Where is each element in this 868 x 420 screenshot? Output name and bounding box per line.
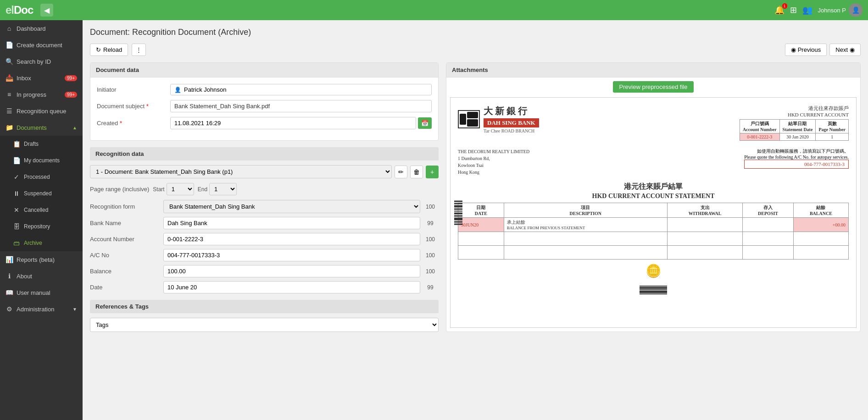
notifications-button[interactable]: 🔔1 <box>774 5 785 15</box>
table-row: 30JUN20 承上結餘 BALANCE FROM PREVIOUS STATE… <box>458 218 849 232</box>
date-recog-input[interactable] <box>163 281 420 293</box>
sidebar-item-recognition-queue[interactable]: ☰ Recognition queue <box>0 103 83 119</box>
sidebar-item-administration[interactable]: ⚙ Administration ▼ <box>0 301 83 317</box>
bank-name-cn: 大 新 銀 行 <box>484 105 539 117</box>
delete-recognition-button[interactable]: 🗑 <box>410 166 423 178</box>
document-preview: 大 新 銀 行 DAH SING BANK Tar Chee ROAD BRAN… <box>450 97 857 328</box>
row-desc-cn: 承上結餘 <box>507 220 525 225</box>
balance-input[interactable] <box>163 265 420 277</box>
page-range-start-select[interactable]: 1 <box>167 183 194 195</box>
more-options-button[interactable]: ⋮ <box>132 44 146 56</box>
calendar-button[interactable]: 📅 <box>418 117 432 129</box>
sidebar-label-processed: Processed <box>24 174 50 180</box>
previous-button[interactable]: ◉ Previous <box>785 44 827 56</box>
sidebar-item-my-documents[interactable]: 📄 My documents <box>0 152 83 169</box>
toolbar: ↻ Reload ⋮ ◉ Previous Next ◉ <box>90 44 861 56</box>
bank-branch: Tar Chee ROAD BRANCH <box>484 128 539 133</box>
th-deposit: 存入DEPOSIT <box>743 203 793 218</box>
sidebar-item-processed[interactable]: ✓ Processed <box>0 169 83 185</box>
sidebar-item-dashboard[interactable]: ⌂ Dashboard <box>0 20 83 37</box>
created-input[interactable] <box>170 117 416 129</box>
preview-preprocessed-button[interactable]: Preview preprocessed file <box>613 81 694 93</box>
sidebar-collapse-button[interactable]: ◀ <box>40 4 53 17</box>
bank-name-row: Bank Name 99 <box>90 217 439 229</box>
ac-no-score: 100 <box>422 252 439 259</box>
document-data-panel: Document data Initiator 👤 Patrick Johnso… <box>90 62 439 141</box>
created-required-mark: * <box>120 120 122 127</box>
administration-icon: ⚙ <box>6 305 13 313</box>
sidebar-item-archive[interactable]: 🗃 Archive <box>0 235 83 251</box>
row-desc: 承上結餘 BALANCE FROM PREVIOUS STATEMENT <box>504 218 667 232</box>
recognition-icon: ☰ <box>6 107 13 115</box>
sidebar-label-archive: Archive <box>24 240 42 246</box>
address-line3: Hong Kong <box>458 169 529 176</box>
balance-score: 100 <box>422 268 439 275</box>
sidebar-item-create-document[interactable]: 📄 Create document <box>0 37 83 53</box>
sidebar-item-reports[interactable]: 📊 Reports (beta) <box>0 251 83 268</box>
tags-select[interactable]: Tags <box>90 318 439 332</box>
topnav: elDoc ◀ 🔔1 ⊞ 👥 Johnson P 👤 <box>0 0 868 20</box>
ac-no-input[interactable] <box>163 249 420 261</box>
sidebar-item-documents[interactable]: 📁 Documents ▲ <box>0 119 83 136</box>
reload-button[interactable]: ↻ Reload <box>90 44 128 56</box>
sidebar-item-about[interactable]: ℹ About <box>0 268 83 284</box>
created-label: Created * <box>97 120 170 127</box>
in-progress-icon: ≡ <box>6 91 13 98</box>
barcode-left <box>454 200 462 225</box>
page-range-end-select[interactable]: 1 <box>209 183 237 195</box>
processed-icon: ✓ <box>13 173 20 181</box>
home-icon: ⌂ <box>6 25 13 32</box>
sidebar-item-repository[interactable]: 🗄 Repository <box>0 218 83 235</box>
bank-name-input[interactable] <box>163 217 420 229</box>
next-button[interactable]: Next ◉ <box>829 44 861 56</box>
sidebar-item-inbox[interactable]: 📥 Inbox 99+ <box>0 70 83 86</box>
sidebar-item-user-manual[interactable]: 📖 User manual <box>0 284 83 301</box>
sidebar-item-suspended[interactable]: ⏸ Suspended <box>0 185 83 202</box>
initiator-label: Initiator <box>97 86 170 93</box>
account-number-input[interactable] <box>163 233 420 245</box>
grid-button[interactable]: ⊞ <box>790 5 797 15</box>
recognition-select-row: 1 - Document: Bank Statement_Dah Sing Ba… <box>90 165 439 178</box>
svg-rect-1 <box>467 112 478 118</box>
row-balance: +00.00 <box>793 218 848 232</box>
date-row: 📅 <box>170 117 432 129</box>
barcode-bottom <box>640 286 667 294</box>
recognition-form-score: 100 <box>422 204 439 210</box>
bank-name-score: 99 <box>422 220 439 227</box>
sidebar-item-in-progress[interactable]: ≡ In progress 99+ <box>0 86 83 103</box>
sidebar-item-cancelled[interactable]: ✕ Cancelled <box>0 202 83 218</box>
bank-logo-area: 大 新 銀 行 DAH SING BANK Tar Chee ROAD BRAN… <box>458 105 539 133</box>
refs-tags-section: References & Tags Tags <box>90 300 439 332</box>
sidebar-item-search-by-id[interactable]: 🔍 Search by ID <box>0 53 83 70</box>
page-range-start-group: Start 1 <box>153 183 194 195</box>
th-desc: 項目DESCRIPTION <box>504 203 667 218</box>
recognition-data-header: Recognition data <box>90 147 439 160</box>
subject-input[interactable] <box>170 100 432 112</box>
recognition-form-field: Bank Statement_Dah Sing Bank 100 <box>163 200 439 213</box>
document-data-body: Initiator 👤 Patrick Johnson Document sub… <box>90 77 438 140</box>
suspended-icon: ⏸ <box>13 190 20 197</box>
recognition-document-select[interactable]: 1 - Document: Bank Statement_Dah Sing Ba… <box>90 165 392 178</box>
ac-no-box: 004-777-0017333-3 <box>744 160 849 169</box>
recognition-form-select[interactable]: Bank Statement_Dah Sing Bank <box>163 200 420 213</box>
initiator-row: Initiator 👤 Patrick Johnson <box>97 84 432 95</box>
add-recognition-button[interactable]: + <box>426 166 439 178</box>
account-number-score: 100 <box>422 236 439 243</box>
statement-table: 日期DATE 項目DESCRIPTION 支出WITHDRAWAL 存入DEPO… <box>458 203 849 260</box>
bank-instructions: 如使用自動轉賬服務，請填寫以下戶口號碼。 Please quote the fo… <box>744 148 849 176</box>
topnav-right: 🔔1 ⊞ 👥 Johnson P 👤 <box>774 3 862 17</box>
documents-arrow-icon: ▲ <box>72 125 77 130</box>
bank-logo-box <box>458 110 480 128</box>
next-icon: ◉ <box>850 46 855 53</box>
row-withdrawal <box>667 218 742 232</box>
notification-badge: 1 <box>782 3 787 9</box>
sidebar-label-suspended: Suspended <box>24 190 52 197</box>
reload-icon: ↻ <box>96 46 101 53</box>
search-icon: 🔍 <box>6 58 13 65</box>
sidebar-label-search-by-id: Search by ID <box>17 58 51 65</box>
sidebar-item-drafts[interactable]: 📋 Drafts <box>0 136 83 152</box>
users-button[interactable]: 👥 <box>802 5 812 15</box>
th-balance: 結餘BALANCE <box>793 203 848 218</box>
edit-recognition-button[interactable]: ✏ <box>395 166 407 178</box>
recognition-data-section: Recognition data 1 - Document: Bank Stat… <box>90 147 439 293</box>
